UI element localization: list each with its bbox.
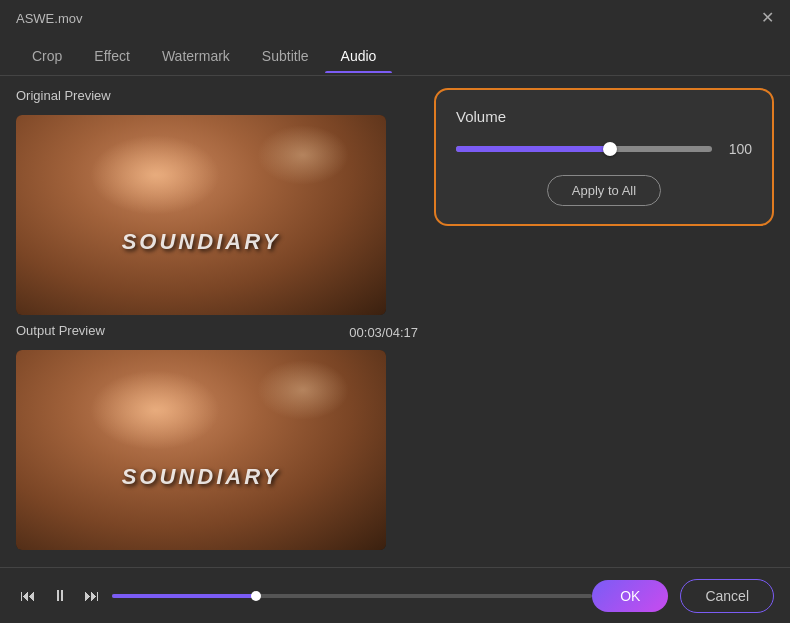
volume-slider[interactable] <box>456 146 712 152</box>
tab-subtitle[interactable]: Subtitle <box>246 40 325 72</box>
output-watermark: SOUNDIARY <box>122 464 281 490</box>
progress-fill <box>112 594 256 598</box>
output-preview-header: Output Preview 00:03/04:17 <box>16 323 418 342</box>
next-button[interactable]: ⏭ <box>80 585 104 607</box>
volume-title: Volume <box>456 108 752 125</box>
output-preview-label: Output Preview <box>16 323 105 338</box>
pause-button[interactable]: ⏸ <box>48 585 72 607</box>
prev-button[interactable]: ⏮ <box>16 585 40 607</box>
original-preview-label: Original Preview <box>16 88 418 103</box>
main-content: Original Preview SOUNDIARY Output Previe… <box>0 76 790 567</box>
tab-audio[interactable]: Audio <box>325 40 393 72</box>
left-panel: Original Preview SOUNDIARY Output Previe… <box>16 88 418 555</box>
volume-thumb[interactable] <box>603 142 617 156</box>
audio-settings-box: Volume 100 Apply to All <box>434 88 774 226</box>
bottom-bar: ⏮ ⏸ ⏭ OK Cancel <box>0 567 790 623</box>
tab-watermark[interactable]: Watermark <box>146 40 246 72</box>
tab-effect[interactable]: Effect <box>78 40 146 72</box>
original-watermark: SOUNDIARY <box>122 229 281 255</box>
output-preview-video: SOUNDIARY <box>16 350 386 550</box>
close-button[interactable]: ✕ <box>761 10 774 26</box>
cancel-button[interactable]: Cancel <box>680 579 774 613</box>
original-preview-video: SOUNDIARY <box>16 115 386 315</box>
volume-value: 100 <box>722 141 752 157</box>
volume-fill <box>456 146 610 152</box>
playback-controls: ⏮ ⏸ ⏭ <box>16 585 592 607</box>
output-preview-time: 00:03/04:17 <box>349 325 418 340</box>
dialog-buttons: OK Cancel <box>592 579 774 613</box>
tab-bar: Crop Effect Watermark Subtitle Audio <box>0 36 790 76</box>
right-panel: Volume 100 Apply to All <box>434 88 774 555</box>
apply-all-button[interactable]: Apply to All <box>547 175 661 206</box>
window-title: ASWE.mov <box>16 11 82 26</box>
progress-thumb[interactable] <box>251 591 261 601</box>
title-bar: ASWE.mov ✕ <box>0 0 790 36</box>
volume-row: 100 <box>456 141 752 157</box>
ok-button[interactable]: OK <box>592 580 668 612</box>
volume-track <box>456 146 712 152</box>
progress-bar[interactable] <box>112 594 592 598</box>
tab-crop[interactable]: Crop <box>16 40 78 72</box>
